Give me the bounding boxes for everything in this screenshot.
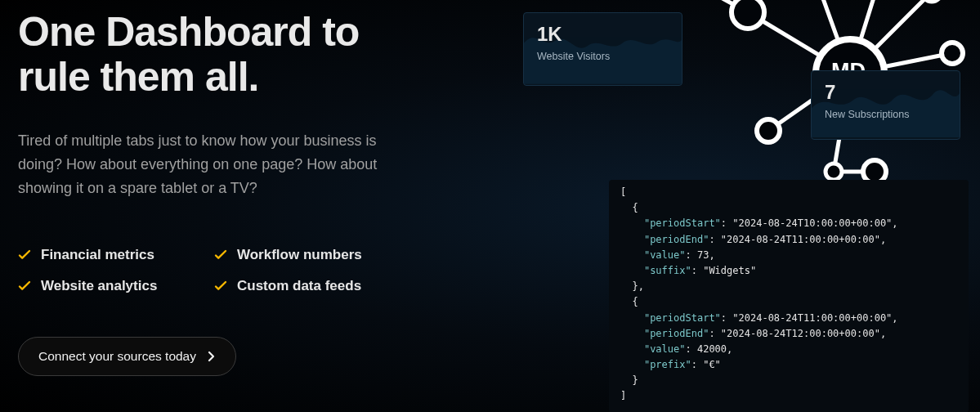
feature-list: Financial metrics Workflow numbers Websi…: [18, 247, 459, 294]
hero-title-line2: rule them all.: [18, 54, 258, 100]
metric-value: 1K: [537, 25, 669, 44]
metric-value: 7: [825, 83, 946, 102]
feature-item: Custom data feeds: [214, 278, 410, 294]
hero-title-line1: One Dashboard to: [18, 9, 359, 55]
check-icon: [214, 249, 227, 262]
metric-card-subscriptions: 7 New Subscriptions: [811, 70, 960, 140]
feature-label: Workflow numbers: [237, 247, 362, 263]
feature-item: Financial metrics: [18, 247, 214, 263]
feature-item: Workflow numbers: [214, 247, 410, 263]
metric-label: New Subscriptions: [825, 109, 946, 120]
svg-point-14: [942, 43, 963, 64]
check-icon: [214, 280, 227, 293]
hero-title: One Dashboard to rule them all.: [18, 10, 459, 100]
code-block: [ { "periodStart": "2024-08-24T10:00:00+…: [609, 180, 969, 412]
feature-label: Custom data feeds: [237, 278, 361, 294]
check-icon: [18, 280, 31, 293]
svg-point-9: [732, 0, 764, 29]
check-icon: [18, 249, 31, 262]
hero-description: Tired of multiple tabs just to know how …: [18, 129, 402, 199]
metric-label: Website Visitors: [537, 51, 669, 62]
svg-point-13: [922, 0, 942, 2]
svg-point-15: [757, 119, 780, 142]
chevron-right-icon: [208, 351, 216, 362]
connect-sources-button[interactable]: Connect your sources today: [18, 337, 236, 376]
svg-point-16: [826, 163, 842, 180]
feature-label: Website analytics: [41, 278, 157, 294]
metric-card-visitors: 1K Website Visitors: [523, 12, 682, 86]
cta-label: Connect your sources today: [38, 349, 196, 364]
feature-item: Website analytics: [18, 278, 214, 294]
feature-label: Financial metrics: [41, 247, 154, 263]
